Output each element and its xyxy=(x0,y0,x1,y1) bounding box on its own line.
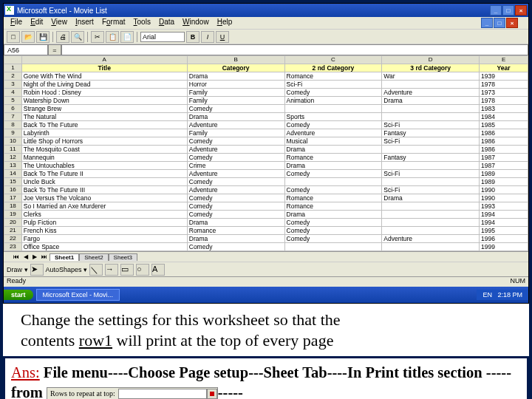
rect-icon[interactable]: ▭ xyxy=(120,264,134,276)
textbox-icon[interactable]: A xyxy=(151,264,165,276)
question-text: Change the settings for this worksheet s… xyxy=(3,304,529,356)
collapse-dialog-icon[interactable] xyxy=(207,389,217,399)
tray-clock: 2:18 PM xyxy=(497,291,522,299)
table-row[interactable]: 5Watership DownFamilyAnimationDrama1978 xyxy=(4,97,528,105)
answer-label: Ans: xyxy=(11,364,40,381)
rows-repeat-control: Rows to repeat at top: xyxy=(47,387,218,399)
table-row[interactable]: 11The Mosquito CoastAdventureDrama1986 xyxy=(4,146,528,154)
table-row[interactable]: 4Robin Hood : DisneyFamilyComedyAdventur… xyxy=(4,89,528,97)
app-name: Microsoft Excel xyxy=(17,7,67,15)
table-row[interactable]: 14Back To The Future IIAdventureComedySc… xyxy=(4,170,528,178)
table-row[interactable]: 6Strange BrewComedy1983 xyxy=(4,105,528,113)
copy-icon[interactable]: 📋 xyxy=(106,31,119,43)
menu-data[interactable]: Data xyxy=(155,18,178,28)
menu-file[interactable]: File xyxy=(7,18,26,28)
menu-edit[interactable]: Edit xyxy=(27,18,47,28)
underline-button[interactable]: U xyxy=(216,31,229,43)
save-icon[interactable]: 💾 xyxy=(36,31,50,43)
oval-icon[interactable]: ○ xyxy=(136,264,149,276)
tab-next-icon[interactable]: ▶ xyxy=(30,253,39,260)
table-row[interactable]: 10Little Shop of HorrorsComedyMusicalSci… xyxy=(4,137,528,146)
menu-help[interactable]: Help xyxy=(214,18,236,28)
table-row[interactable]: 21French KissRomanceComedy1995 xyxy=(4,227,528,235)
table-row[interactable]: 23Office SpaceComedy1999 xyxy=(4,243,528,251)
worksheet-area[interactable]: ABCDE1TitleCategory2 nd Category3 rd Cat… xyxy=(4,55,528,251)
rows-repeat-label: Rows to repeat at top: xyxy=(47,389,118,398)
toolbar-drawing: Draw ▾ ➤ AutoShapes ▾ ＼ → ▭ ○ A xyxy=(4,262,528,276)
formula-bar[interactable] xyxy=(61,44,528,55)
draw-label[interactable]: Draw ▾ xyxy=(7,266,28,273)
rows-repeat-field[interactable] xyxy=(118,389,207,399)
table-row[interactable]: 16Back To The Future IIIAdventureComedyS… xyxy=(4,186,528,194)
table-row[interactable]: 17Joe Versus The VolcanoComedyRomanceDra… xyxy=(4,194,528,202)
table-row[interactable]: 2Gone With The WindDramaRomanceWar1939 xyxy=(4,72,528,81)
preview-icon[interactable]: 🔍 xyxy=(71,31,84,43)
tab-first-icon[interactable]: ⏮ xyxy=(11,253,21,260)
menu-window[interactable]: Window xyxy=(179,18,213,28)
doc-name: Movie List xyxy=(74,7,107,15)
sheet-tab-1[interactable]: Sheet1 xyxy=(50,253,79,261)
menubar: File Edit View Insert Format Tools Data … xyxy=(4,17,528,29)
table-row[interactable]: 12MannequinComedyRomanceFantasy1987 xyxy=(4,154,528,162)
italic-button[interactable]: I xyxy=(201,31,214,43)
new-icon[interactable]: □ xyxy=(7,31,20,43)
menu-tools[interactable]: Tools xyxy=(130,18,154,28)
doc-maximize-button[interactable]: □ xyxy=(494,18,505,28)
table-row[interactable]: 19ClerksComedyDrama1994 xyxy=(4,211,528,219)
line-icon[interactable]: ＼ xyxy=(89,264,103,276)
paste-icon[interactable]: 📄 xyxy=(120,31,134,43)
status-bar: Ready NUM xyxy=(4,276,528,287)
menu-insert[interactable]: Insert xyxy=(72,18,98,28)
doc-minimize-button[interactable]: _ xyxy=(481,18,493,28)
taskbar: start Microsoft Excel - Movi... EN 2:18 … xyxy=(4,287,528,303)
table-row[interactable]: 8Back To The FutureAdventureComedySci-Fi… xyxy=(4,121,528,129)
bold-button[interactable]: B xyxy=(186,31,200,43)
tab-prev-icon[interactable]: ◀ xyxy=(21,253,30,260)
open-icon[interactable]: 📂 xyxy=(21,31,35,43)
table-row[interactable]: 7The NaturalDramaSports1984 xyxy=(4,113,528,121)
maximize-button[interactable]: □ xyxy=(502,5,514,16)
excel-icon xyxy=(5,6,14,15)
table-row[interactable]: 15Uncle BuckComedy1989 xyxy=(4,178,528,186)
menu-format[interactable]: Format xyxy=(98,18,129,28)
sheet-tabs: ⏮ ◀ ▶ ⏭ Sheet1 Sheet2 Sheet3 xyxy=(4,251,528,262)
table-row[interactable]: 13The UntouchablesCrimeDrama1987 xyxy=(4,162,528,170)
answer-box: Ans: File menu----Choose Page setup---Sh… xyxy=(3,356,529,399)
font-select[interactable]: Arial xyxy=(140,32,185,42)
sheet-tab-2[interactable]: Sheet2 xyxy=(79,253,108,261)
tab-last-icon[interactable]: ⏭ xyxy=(39,253,50,260)
tray-lang: EN xyxy=(482,291,492,299)
table-row[interactable]: 18So I Married an Axe MurdererComedyRoma… xyxy=(4,202,528,211)
sheet-tab-3[interactable]: Sheet3 xyxy=(109,253,137,261)
fx-button[interactable]: = xyxy=(48,44,61,55)
table-row[interactable]: 22FargoDramaComedyAdventure1996 xyxy=(4,235,528,243)
print-icon[interactable]: 🖨 xyxy=(56,31,69,43)
select-icon[interactable]: ➤ xyxy=(30,264,44,276)
table-row[interactable]: 20Pulp FictionDramaComedy1994 xyxy=(4,219,528,227)
minimize-button[interactable]: _ xyxy=(490,5,502,16)
taskbar-app[interactable]: Microsoft Excel - Movi... xyxy=(36,289,120,301)
start-button[interactable]: start xyxy=(4,290,33,300)
doc-close-button[interactable]: × xyxy=(506,18,518,28)
menu-view[interactable]: View xyxy=(47,18,71,28)
table-row[interactable]: 9LabyrinthFamilyAdventureFantasy1986 xyxy=(4,129,528,137)
toolbar-formatting: □ 📂 💾 🖨 🔍 ✂ 📋 📄 Arial B I U xyxy=(4,29,528,44)
close-button[interactable]: × xyxy=(515,5,527,16)
autoshapes-label[interactable]: AutoShapes ▾ xyxy=(46,266,88,273)
status-num: NUM xyxy=(511,277,526,287)
title-bar: Microsoft Excel - Movie List _ □ × xyxy=(4,4,528,17)
table-row[interactable]: 3Night of the Living DeadHorrorSci-Fi197… xyxy=(4,81,528,89)
name-box[interactable]: A56 xyxy=(4,44,48,55)
cut-icon[interactable]: ✂ xyxy=(91,31,104,43)
arrow-icon[interactable]: → xyxy=(105,264,118,276)
status-ready: Ready xyxy=(7,277,26,287)
